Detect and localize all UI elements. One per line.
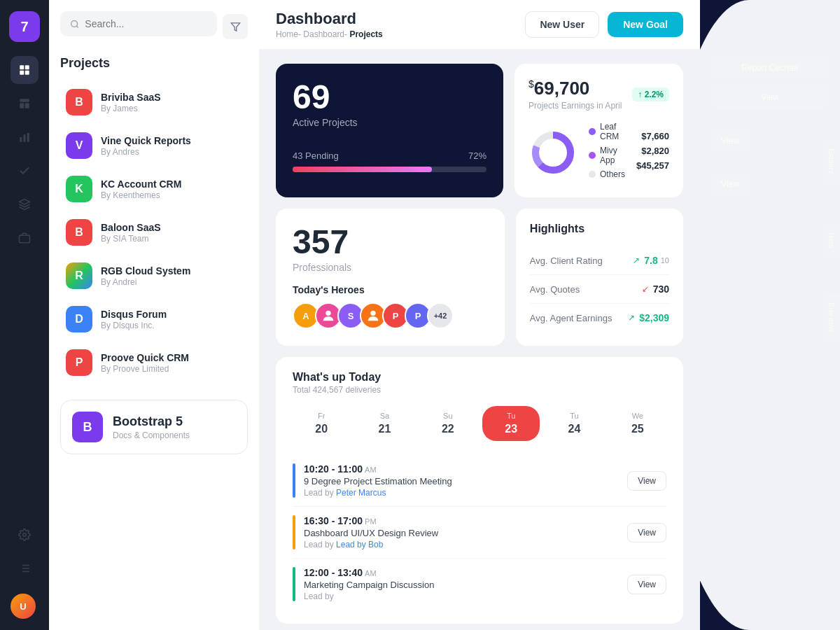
project-item[interactable]: D Disqus Forum By Disqus Inc.	[60, 299, 248, 340]
pending-label: 43 Pending	[293, 150, 339, 161]
highlight-row: Avg. Client Rating ↗ 7.8 10	[530, 246, 669, 275]
buy-now-tab[interactable]: Buy now	[823, 294, 840, 340]
project-logo-kc: K	[66, 176, 92, 202]
project-logo-rgb: R	[66, 262, 92, 289]
svg-point-24	[326, 311, 330, 316]
sidebar-icon-check[interactable]	[10, 157, 38, 185]
left-panel: Projects B Briviba SaaS By James V Vine …	[49, 0, 259, 630]
event-item: 12:00 - 13:40AM Marketing Campaign Discu…	[293, 559, 666, 610]
trend-icon-up: ↗	[633, 255, 640, 265]
view-button-2[interactable]: View	[711, 129, 749, 153]
event-lead: Lead by	[304, 592, 619, 601]
view-button[interactable]: View	[711, 85, 829, 109]
new-goal-button[interactable]: New Goal	[608, 12, 683, 37]
sidebar-icon-grid[interactable]	[10, 56, 38, 84]
svg-rect-5	[20, 103, 24, 108]
heroes-title: Today's Heroes	[293, 284, 488, 295]
project-name: KC Account CRM	[101, 178, 242, 190]
sidebar-avatar: 7	[9, 11, 40, 42]
project-name: Briviba SaaS	[101, 92, 242, 103]
progress-bar-fill	[293, 167, 432, 172]
event-lead-link[interactable]: Peter Marcus	[336, 488, 386, 498]
project-logo-proove: P	[66, 349, 92, 376]
calendar-day[interactable]: Sa 21	[356, 406, 413, 441]
project-by: By Keenthemes	[101, 190, 242, 200]
sidebar-icon-settings[interactable]	[10, 521, 38, 549]
project-item[interactable]: B Baloon SaaS By SIA Team	[60, 212, 248, 253]
project-item[interactable]: V Vine Quick Reports By Andres	[60, 125, 248, 166]
project-by: By SIA Team	[101, 234, 242, 244]
highlight-label: Avg. Agent Earnings	[530, 313, 612, 323]
view-button-3[interactable]: View	[711, 172, 749, 196]
right-panel: Report Cecnter View View View Explore He…	[700, 0, 840, 630]
breadcrumb: Home- Dashboard- Projects	[276, 29, 383, 39]
highlight-value: $2,309	[639, 312, 669, 323]
highlight-row: Avg. Quotes ↙ 730	[530, 275, 669, 304]
highlight-value: 730	[653, 284, 669, 295]
svg-rect-0	[20, 65, 24, 69]
event-bar	[293, 515, 295, 550]
right-actions: Report Cecnter View View View	[700, 0, 840, 207]
sidebar-icon-chart[interactable]	[10, 123, 38, 151]
svg-marker-10	[20, 200, 30, 205]
search-icon	[70, 19, 79, 29]
filter-button[interactable]	[223, 14, 248, 39]
calendar-day[interactable]: Fr 20	[293, 406, 350, 441]
svg-rect-6	[25, 103, 29, 108]
sidebar-icon-layers[interactable]	[10, 190, 38, 218]
highlight-label: Avg. Client Rating	[530, 255, 603, 266]
project-logo-vine: V	[66, 132, 92, 159]
calendar-day[interactable]: Su 22	[419, 406, 477, 441]
project-logo-disqus: D	[66, 306, 92, 332]
highlights-card: Highlights Avg. Client Rating ↗ 7.8 10 A…	[516, 209, 683, 346]
project-by: By Andrei	[101, 277, 242, 287]
middle-row: 357 Professionals Today's Heroes A S P P…	[276, 209, 683, 346]
legend-dot	[589, 152, 596, 159]
breadcrumb-active: Projects	[349, 29, 382, 39]
project-name: Disqus Forum	[101, 309, 242, 320]
highlights-title: Highlights	[530, 223, 669, 235]
professionals-label: Professionals	[293, 262, 488, 273]
highlight-value: 7.8	[644, 255, 657, 266]
event-lead: Lead by Lead by Bob	[304, 540, 619, 550]
calendar-day[interactable]: Tu 24	[545, 406, 603, 441]
event-name: 9 Degree Project Estimation Meeting	[304, 476, 619, 486]
event-time: 10:20 - 11:00AM	[304, 463, 619, 475]
search-bar[interactable]	[60, 11, 217, 36]
event-lead-link[interactable]: Lead by Bob	[336, 540, 383, 550]
project-item[interactable]: B Briviba SaaS By James	[60, 82, 248, 122]
calendar-day[interactable]: We 25	[609, 406, 666, 441]
event-view-button[interactable]: View	[627, 471, 666, 491]
project-item[interactable]: P Proove Quick CRM By Proove Limited	[60, 342, 248, 383]
report-center-button[interactable]: Report Cecnter	[711, 56, 829, 80]
legend-dot	[589, 171, 596, 178]
earnings-subtitle: Projects Earnings in April	[528, 101, 622, 111]
event-view-button[interactable]: View	[627, 575, 666, 594]
trend-icon-down: ↙	[642, 284, 649, 294]
new-user-button[interactable]: New User	[525, 11, 599, 38]
legend-label: Others	[600, 169, 625, 179]
sidebar-user-avatar[interactable]: U	[10, 594, 36, 619]
project-item[interactable]: K KC Account CRM By Keenthemes	[60, 169, 248, 209]
sidebar-icon-briefcase[interactable]	[10, 224, 38, 252]
page-title: Dashboard	[276, 10, 383, 28]
highlight-row: Avg. Agent Earnings ↗ $2,309	[530, 304, 669, 332]
event-time: 16:30 - 17:00PM	[304, 515, 619, 526]
calendar-day-active[interactable]: Tu 23	[482, 406, 540, 441]
sidebar-icon-list[interactable]	[10, 554, 38, 582]
help-tab[interactable]: Help	[823, 224, 840, 257]
search-input[interactable]	[85, 18, 207, 29]
legend-dot	[589, 128, 596, 135]
promo-card[interactable]: B Bootstrap 5 Docs & Components	[60, 400, 248, 454]
project-item[interactable]: R RGB Cloud System By Andrei	[60, 255, 248, 296]
bootstrap-icon: B	[72, 412, 103, 442]
dashboard-body: 69 Active Projects 43 Pending 72%	[259, 50, 700, 630]
project-by: By Proove Limited	[101, 364, 242, 374]
project-name: Baloon SaaS	[101, 222, 242, 233]
sidebar-bottom: U	[10, 507, 38, 619]
highlight-secondary: 10	[661, 256, 669, 265]
event-view-button[interactable]: View	[627, 523, 666, 542]
sidebar-icon-layout[interactable]	[10, 90, 38, 118]
schedule-title: What's up Today	[293, 371, 666, 384]
event-lead: Lead by Peter Marcus	[304, 488, 619, 498]
